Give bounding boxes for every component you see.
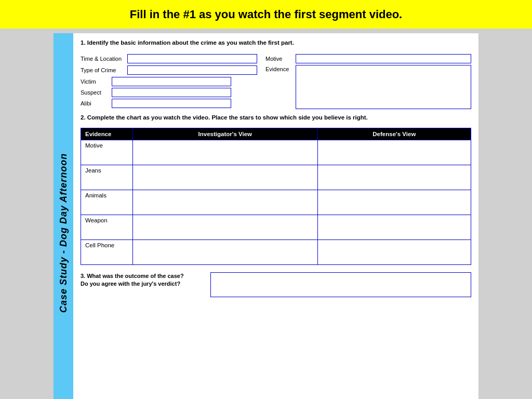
suspect-label: Suspect [81, 89, 112, 96]
evidence-textarea[interactable] [296, 65, 471, 109]
chart-cell-evidence: Jeans [81, 165, 133, 190]
chart-row: Motive [81, 140, 471, 165]
section3: 3. What was the outcome of the case?Do y… [81, 272, 471, 297]
chart-cell-evidence: Cell Phone [81, 240, 133, 265]
evidence-row: Evidence [265, 65, 471, 109]
suspect-row: Suspect [81, 88, 257, 97]
sidebar-label: Case Study - Dog Day Afternoon [54, 33, 73, 399]
top-banner: Fill in the #1 as you watch the first se… [0, 0, 532, 29]
chart-row: Jeans [81, 165, 471, 190]
top-banner-text: Fill in the #1 as you watch the first se… [130, 8, 402, 21]
victim-input[interactable] [112, 77, 231, 86]
victim-row: Victim [81, 77, 257, 86]
chart-row: Cell Phone [81, 240, 471, 265]
card-container: Case Study - Dog Day Afternoon 1. Identi… [0, 29, 532, 399]
chart-header-row: Evidence Investigator's View Defense's V… [81, 128, 471, 140]
victim-label: Victim [81, 78, 112, 85]
time-location-label: Time & Location [81, 56, 127, 62]
time-location-input[interactable] [127, 54, 257, 63]
evidence-label: Evidence [265, 65, 296, 72]
motive-input[interactable] [296, 54, 471, 63]
time-location-row: Time & Location [81, 54, 257, 63]
chart-cell-investigator[interactable] [133, 190, 318, 215]
chart-row: Animals [81, 190, 471, 215]
chart-row: Weapon [81, 215, 471, 240]
section1-right: Motive Evidence [265, 54, 471, 109]
alibi-input[interactable] [112, 99, 231, 108]
chart-cell-evidence: Weapon [81, 215, 133, 240]
alibi-label: Alibi [81, 100, 112, 107]
section3-label: 3. What was the outcome of the case?Do y… [81, 272, 205, 288]
col-evidence-header: Evidence [81, 128, 133, 140]
chart-cell-defense[interactable] [317, 240, 471, 265]
chart-cell-investigator[interactable] [133, 215, 318, 240]
chart-cell-investigator[interactable] [133, 140, 318, 165]
card-content: 1. Identify the basic information about … [73, 33, 478, 399]
chart-cell-evidence: Motive [81, 140, 133, 165]
col-defense-header: Defense's View [317, 128, 471, 140]
victim-block: Victim Suspect Alibi [81, 77, 257, 108]
section3-input[interactable] [210, 272, 471, 297]
section2-title: 2. Complete the chart as you watch the v… [81, 114, 471, 121]
right-block: Motive Evidence [265, 54, 471, 109]
chart-cell-defense[interactable] [317, 165, 471, 190]
motive-label: Motive [265, 56, 296, 62]
chart-cell-defense[interactable] [317, 215, 471, 240]
chart-cell-investigator[interactable] [133, 165, 318, 190]
chart-cell-investigator[interactable] [133, 240, 318, 265]
suspect-input[interactable] [112, 88, 231, 97]
section1-title: 1. Identify the basic information about … [81, 39, 471, 46]
chart-cell-evidence: Animals [81, 190, 133, 215]
worksheet-card: Case Study - Dog Day Afternoon 1. Identi… [53, 33, 479, 399]
section1-left: Time & Location Type of Crime Victim [81, 54, 257, 109]
motive-row: Motive [265, 54, 471, 63]
chart-cell-defense[interactable] [317, 190, 471, 215]
chart-table: Evidence Investigator's View Defense's V… [81, 128, 471, 265]
alibi-row: Alibi [81, 99, 257, 108]
type-crime-label: Type of Crime [81, 67, 127, 73]
col-investigator-header: Investigator's View [133, 128, 318, 140]
chart-cell-defense[interactable] [317, 140, 471, 165]
type-crime-row: Type of Crime [81, 65, 257, 75]
type-crime-input[interactable] [127, 65, 257, 75]
section1-grid: Time & Location Type of Crime Victim [81, 54, 471, 109]
